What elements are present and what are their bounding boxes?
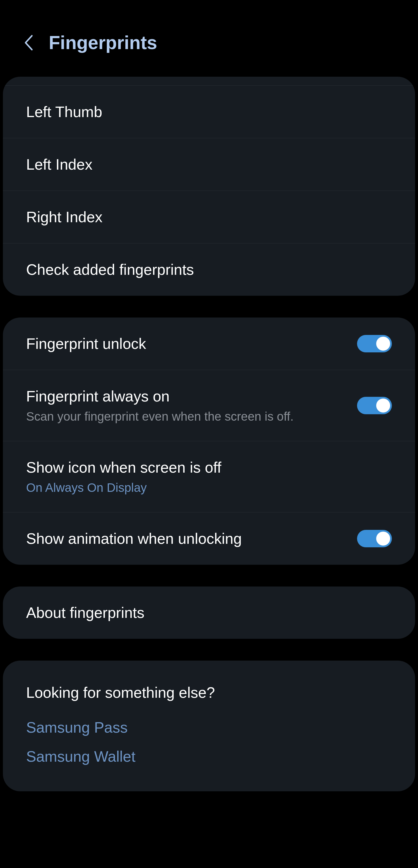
fingerprint-label: Check added fingerprints: [26, 261, 194, 278]
show-animation-toggle[interactable]: [357, 530, 392, 547]
fingerprint-item-left-thumb[interactable]: Left Thumb: [3, 85, 415, 138]
show-icon-row[interactable]: Show icon when screen is off On Always O…: [3, 441, 415, 513]
about-fingerprints[interactable]: About fingerprints: [3, 587, 415, 639]
page-title: Fingerprints: [49, 32, 157, 54]
back-icon[interactable]: [23, 34, 34, 52]
setting-subtitle: Scan your fingerprint even when the scre…: [26, 410, 293, 424]
settings-card: Fingerprint unlock Fingerprint always on…: [3, 317, 415, 565]
setting-label: Show icon when screen is off: [26, 459, 222, 476]
fingerprint-item-left-index[interactable]: Left Index: [3, 138, 415, 191]
footer-card: Looking for something else? Samsung Pass…: [3, 660, 415, 791]
fingerprint-label: Right Index: [26, 208, 102, 226]
about-card: About fingerprints: [3, 587, 415, 639]
setting-label: Fingerprint always on: [26, 388, 293, 405]
fingerprint-item-right-index[interactable]: Right Index: [3, 191, 415, 243]
setting-label: Show animation when unlocking: [26, 530, 242, 547]
about-label: About fingerprints: [26, 604, 144, 621]
fingerprint-label: Left Index: [26, 156, 92, 173]
fingerprint-always-on-row[interactable]: Fingerprint always on Scan your fingerpr…: [3, 370, 415, 441]
setting-label: Fingerprint unlock: [26, 335, 146, 352]
header: Fingerprints: [0, 0, 418, 77]
fingerprint-always-on-toggle[interactable]: [357, 397, 392, 414]
show-animation-row[interactable]: Show animation when unlocking: [3, 513, 415, 565]
setting-subtitle: On Always On Display: [26, 481, 222, 495]
check-added-fingerprints[interactable]: Check added fingerprints: [3, 243, 415, 296]
samsung-pass-link[interactable]: Samsung Pass: [26, 719, 392, 736]
samsung-wallet-link[interactable]: Samsung Wallet: [26, 748, 392, 765]
fingerprint-label: Left Thumb: [26, 103, 102, 121]
fingerprint-unlock-toggle[interactable]: [357, 335, 392, 352]
fingerprint-unlock-row[interactable]: Fingerprint unlock: [3, 317, 415, 370]
footer-heading: Looking for something else?: [26, 684, 392, 701]
fingerprint-list-card: Left Thumb Left Index Right Index Check …: [3, 77, 415, 296]
